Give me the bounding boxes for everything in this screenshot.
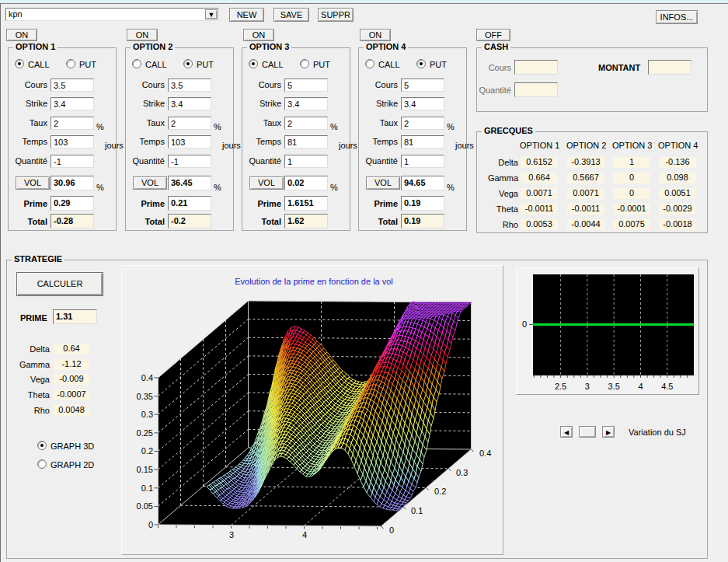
svg-text:0: 0 [522, 319, 527, 329]
svg-text:4: 4 [638, 382, 643, 391]
svg-text:0.05: 0.05 [137, 501, 153, 511]
svg-text:4: 4 [302, 530, 307, 539]
svg-text:3.5: 3.5 [608, 382, 620, 391]
svg-text:0.35: 0.35 [137, 392, 153, 401]
svg-text:0.2: 0.2 [434, 487, 446, 496]
svg-text:0.2: 0.2 [141, 446, 153, 456]
svg-text:2.5: 2.5 [555, 382, 566, 391]
svg-text:3: 3 [229, 530, 234, 539]
svg-text:0: 0 [389, 525, 394, 535]
svg-text:Evolution de la prime en fonct: Evolution de la prime en fonction de la … [235, 277, 393, 286]
svg-text:0.4: 0.4 [479, 449, 491, 458]
svg-text:0.1: 0.1 [141, 483, 153, 493]
svg-text:0: 0 [148, 520, 153, 529]
svg-text:4.5: 4.5 [661, 382, 673, 391]
svg-text:0.3: 0.3 [141, 410, 153, 419]
svg-text:0.25: 0.25 [137, 428, 153, 438]
svg-text:0.15: 0.15 [137, 465, 153, 474]
svg-text:0.1: 0.1 [411, 506, 423, 515]
svg-text:0.4: 0.4 [141, 373, 153, 382]
svg-text:0.3: 0.3 [456, 468, 468, 477]
svg-text:3: 3 [585, 382, 590, 391]
